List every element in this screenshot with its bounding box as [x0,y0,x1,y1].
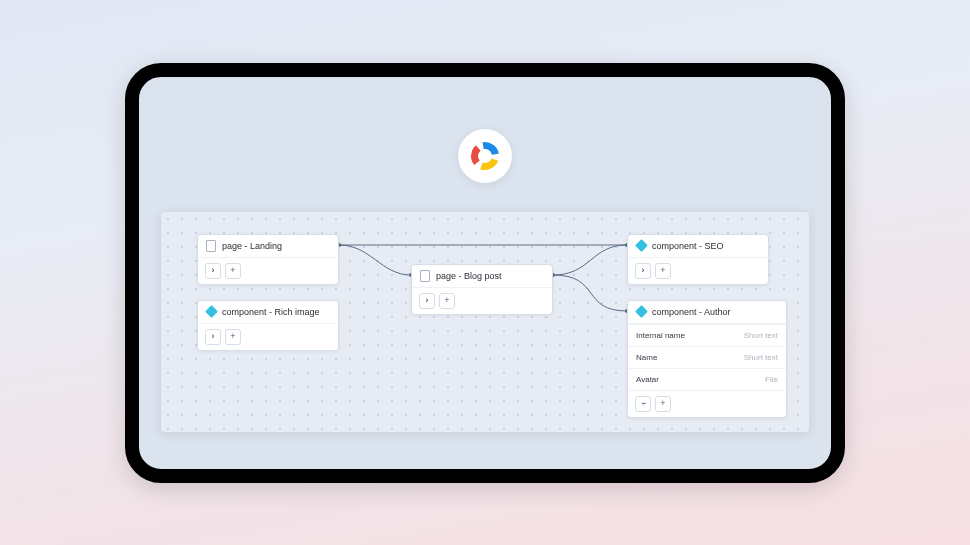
node-header[interactable]: component - SEO [628,235,768,258]
field-type: Short text [744,331,778,340]
add-field-button[interactable] [655,263,671,279]
expand-button[interactable] [635,263,651,279]
component-icon [636,307,646,317]
expand-button[interactable] [419,293,435,309]
add-field-button[interactable] [225,329,241,345]
node-header[interactable]: component - Rich image [198,301,338,324]
field-type: Short text [744,353,778,362]
field-type: File [765,375,778,384]
field-list: Internal name Short text Name Short text… [628,324,786,390]
node-page-blog-post[interactable]: page - Blog post [411,264,553,315]
node-toolbar [412,288,552,314]
node-toolbar [628,390,786,417]
node-page-landing[interactable]: page - Landing [197,234,339,285]
node-title: page - Blog post [436,271,502,281]
node-toolbar [198,258,338,284]
node-title: page - Landing [222,241,282,251]
expand-button[interactable] [205,263,221,279]
contentful-logo [458,129,512,183]
screen: page - Landing component - Rich image [139,77,831,469]
logo-arc-red-icon [470,140,500,170]
node-component-author[interactable]: component - Author Internal name Short t… [627,300,787,418]
add-field-button[interactable] [439,293,455,309]
expand-button[interactable] [205,329,221,345]
node-toolbar [628,258,768,284]
node-title: component - Rich image [222,307,320,317]
field-name: Internal name [636,331,685,340]
node-header[interactable]: page - Landing [198,235,338,258]
component-icon [206,307,216,317]
node-header[interactable]: component - Author [628,301,786,324]
add-field-button[interactable] [225,263,241,279]
node-title: component - SEO [652,241,724,251]
field-name: Name [636,353,657,362]
field-row[interactable]: Name Short text [628,346,786,368]
field-row[interactable]: Avatar File [628,368,786,390]
add-field-button[interactable] [655,396,671,412]
component-icon [636,241,646,251]
field-row[interactable]: Internal name Short text [628,324,786,346]
tablet-frame: page - Landing component - Rich image [125,63,845,483]
collapse-button[interactable] [635,396,651,412]
node-component-rich-image[interactable]: component - Rich image [197,300,339,351]
node-toolbar [198,324,338,350]
page-icon [206,241,216,251]
content-model-canvas[interactable]: page - Landing component - Rich image [161,212,809,432]
node-title: component - Author [652,307,731,317]
node-component-seo[interactable]: component - SEO [627,234,769,285]
field-name: Avatar [636,375,659,384]
node-header[interactable]: page - Blog post [412,265,552,288]
page-icon [420,271,430,281]
